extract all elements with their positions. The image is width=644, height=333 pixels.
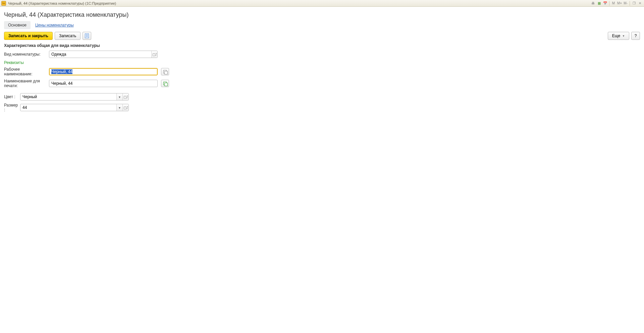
help-button[interactable]: ? bbox=[631, 32, 640, 40]
copy-icon bbox=[163, 82, 167, 85]
open-color-button[interactable]: ▢⤴ bbox=[122, 93, 128, 100]
row-print-name: Наименование для печати: bbox=[4, 79, 640, 88]
open-external-icon: ▢⤴ bbox=[123, 106, 128, 110]
close-icon[interactable]: ✕ bbox=[637, 1, 643, 6]
tab-prices[interactable]: Цены номенклатуры bbox=[31, 21, 78, 29]
save-close-button[interactable]: Записать и закрыть bbox=[4, 32, 53, 40]
input-size-wrap: ▾ ▢⤴ bbox=[20, 104, 129, 111]
toolbar: Записать и закрыть Записать Еще ▼ ? bbox=[4, 32, 640, 40]
label-type: Вид номенклатуры: bbox=[4, 52, 48, 57]
more-button[interactable]: Еще ▼ bbox=[608, 32, 629, 40]
input-color-wrap: ▾ ▢⤴ bbox=[20, 93, 129, 101]
app-logo-icon: 1c bbox=[1, 1, 6, 6]
dropdown-size-button[interactable]: ▾ bbox=[116, 104, 122, 111]
window-titlebar: 1c Черный, 44 (Характеристика номенклату… bbox=[0, 0, 644, 7]
open-size-button[interactable]: ▢⤴ bbox=[122, 104, 128, 111]
requisites-heading: Реквизиты bbox=[4, 60, 640, 65]
content-area: Черный, 44 (Характеристика номенклатуры)… bbox=[0, 7, 644, 117]
input-print-name[interactable] bbox=[49, 80, 157, 87]
calculator-icon[interactable]: ▦ bbox=[596, 1, 602, 6]
row-color: Цвет : ▾ ▢⤴ bbox=[4, 93, 640, 101]
input-print-name-wrap bbox=[49, 80, 158, 87]
maximize-icon[interactable]: ❐ bbox=[631, 1, 637, 6]
separator bbox=[630, 1, 630, 6]
memory-m-button[interactable]: M bbox=[611, 1, 616, 6]
copy-work-name-button[interactable] bbox=[161, 68, 169, 75]
document-button[interactable] bbox=[83, 32, 91, 40]
print-icon[interactable]: 🖶 bbox=[590, 1, 596, 6]
open-type-button[interactable]: ▢⤴ bbox=[151, 51, 157, 58]
input-work-name[interactable] bbox=[49, 68, 157, 75]
chevron-down-icon: ▼ bbox=[622, 35, 625, 38]
document-icon bbox=[85, 34, 89, 38]
chevron-down-icon: ▾ bbox=[119, 95, 120, 99]
page-title: Черный, 44 (Характеристика номенклатуры) bbox=[4, 11, 640, 18]
separator bbox=[609, 1, 609, 6]
tab-main[interactable]: Основное bbox=[4, 21, 31, 29]
input-type-wrap: ▢⤴ bbox=[49, 51, 158, 58]
save-button[interactable]: Записать bbox=[55, 32, 80, 40]
memory-mminus-button[interactable]: M- bbox=[623, 1, 628, 6]
calendar-icon[interactable]: 📅 bbox=[602, 1, 608, 6]
section-heading: Характеристика общая для вида номенклату… bbox=[4, 43, 640, 48]
label-work-name: Рабочее наименование: bbox=[4, 67, 48, 76]
label-print-name: Наименование для печати: bbox=[4, 79, 48, 88]
dropdown-color-button[interactable]: ▾ bbox=[116, 93, 122, 100]
copy-icon bbox=[163, 70, 167, 74]
input-size[interactable] bbox=[20, 104, 116, 111]
copy-print-name-button[interactable] bbox=[161, 80, 169, 87]
open-external-icon: ▢⤴ bbox=[152, 53, 157, 56]
titlebar-controls: 🖶 ▦ 📅 M M+ M- ❐ ✕ bbox=[590, 1, 643, 6]
input-type[interactable] bbox=[49, 51, 151, 58]
label-color: Цвет : bbox=[4, 94, 19, 99]
more-label: Еще bbox=[612, 34, 620, 38]
open-external-icon: ▢⤴ bbox=[123, 95, 128, 99]
memory-mplus-button[interactable]: M+ bbox=[617, 1, 622, 6]
input-color[interactable] bbox=[20, 93, 116, 100]
label-size: Размер : bbox=[4, 103, 19, 112]
row-nomenclature-type: Вид номенклатуры: ▢⤴ bbox=[4, 51, 640, 58]
input-work-name-wrap bbox=[49, 68, 158, 75]
chevron-down-icon: ▾ bbox=[119, 106, 120, 110]
row-size: Размер : ▾ ▢⤴ bbox=[4, 103, 640, 112]
toolbar-right: Еще ▼ ? bbox=[608, 32, 640, 40]
row-work-name: Рабочее наименование: bbox=[4, 67, 640, 76]
window-title: Черный, 44 (Характеристика номенклатуры)… bbox=[8, 1, 116, 5]
tabs: Основное Цены номенклатуры bbox=[4, 21, 640, 29]
